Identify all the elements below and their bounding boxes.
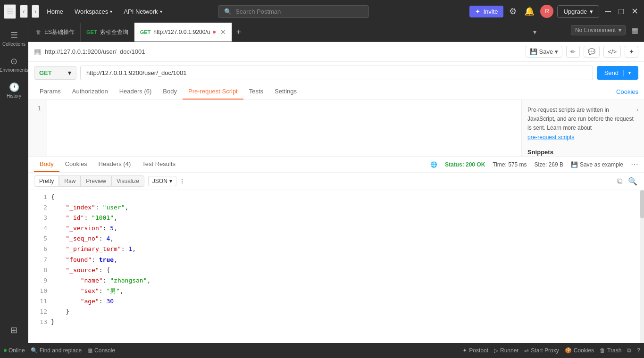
sidebar-item-environments[interactable]: ⊙ Environments <box>2 52 26 76</box>
tab-index-query[interactable]: GET 索引全查询 <box>81 23 134 42</box>
console-button[interactable]: ▦ Console <box>87 347 115 354</box>
add-tab-button[interactable]: + <box>232 27 245 37</box>
sidebar-item-more[interactable]: ⊞ <box>2 321 26 339</box>
find-replace-button[interactable]: 🔍 Find and replace <box>31 347 82 354</box>
home-link[interactable]: Home <box>43 6 67 17</box>
tab-tests[interactable]: Tests <box>243 84 269 100</box>
cookies-bottom-button[interactable]: 🍪 Cookies <box>565 347 594 354</box>
magic-icon-button[interactable]: ✦ <box>625 46 638 58</box>
request-tabs: Params Authorization Headers (6) Body Pr… <box>28 84 644 100</box>
comment-icon-button[interactable]: 💬 <box>584 46 600 58</box>
tab-overflow-button[interactable]: ▾ <box>531 26 538 38</box>
sidebar-item-collections[interactable]: ☰ Collections <box>2 26 26 50</box>
pre-request-scripts-link[interactable]: pre-request scripts <box>527 134 574 141</box>
toggle-icon[interactable]: › <box>636 106 638 115</box>
tab-headers[interactable]: Headers (6) <box>114 84 158 100</box>
layout-button[interactable]: ⧉ <box>627 347 631 354</box>
search-response-button[interactable]: 🔍 <box>627 176 638 187</box>
format-visualize[interactable]: Visualize <box>111 175 144 187</box>
tab-close-icon[interactable]: ✕ <box>220 28 226 36</box>
cookies-link[interactable]: Cookies <box>616 84 638 99</box>
avatar[interactable]: R <box>540 5 553 18</box>
tab-authorization[interactable]: Authorization <box>67 84 114 100</box>
online-dot <box>4 349 7 352</box>
table-row: 5 "_seq_no": 4, <box>28 233 644 244</box>
save-example-button[interactable]: 💾 Save as example <box>571 161 623 168</box>
url-input[interactable] <box>80 66 593 80</box>
status-badge: Status: 200 OK <box>445 161 485 168</box>
back-button[interactable]: ‹ <box>20 5 28 18</box>
tab-label-2: http://127.0.0.1:9200/u <box>153 29 210 35</box>
response-tab-body[interactable]: Body <box>34 157 59 172</box>
format-raw[interactable]: Raw <box>59 175 81 187</box>
api-network-menu[interactable]: API Network <box>120 6 166 17</box>
tab-settings[interactable]: Settings <box>269 84 302 100</box>
top-right-actions: ✦ Invite ⚙ 🔔 R Upgrade ▾ ─ □ ✕ <box>469 4 640 18</box>
line-numbers: 1 <box>28 100 47 156</box>
environment-select[interactable]: No Environment ▾ <box>571 25 626 35</box>
notifications-button[interactable]: 🔔 <box>522 4 536 18</box>
tab-prerequest[interactable]: Pre-request Script <box>183 84 243 100</box>
env-grid-button[interactable]: ▦ <box>629 24 640 37</box>
method-select[interactable]: GET ▾ <box>34 66 76 80</box>
invite-button[interactable]: ✦ Invite <box>469 6 503 17</box>
response-tab-headers[interactable]: Headers (4) <box>93 157 137 172</box>
scrollbar-track <box>640 190 644 343</box>
time-badge: Time: 575 ms <box>493 161 527 168</box>
info-text: Pre-request scripts are written in JavaS… <box>527 106 638 133</box>
toolbar-right: ⧉ 🔍 <box>616 176 638 187</box>
edit-icon-button[interactable]: ✏ <box>566 46 580 58</box>
maximize-button[interactable]: □ <box>617 5 626 18</box>
tab-body[interactable]: Body <box>157 84 183 100</box>
postbot-button[interactable]: ✦ Postbot <box>462 347 488 354</box>
minimize-button[interactable]: ─ <box>603 5 613 18</box>
format-chevron-icon: ▾ <box>169 178 172 184</box>
trash-button[interactable]: 🗑 Trash <box>600 347 621 354</box>
script-editor[interactable] <box>47 100 521 156</box>
online-status[interactable]: Online <box>4 347 25 354</box>
tab-params[interactable]: Params <box>34 84 67 100</box>
collection-tab[interactable]: 🗑 ES基础操作 <box>30 23 81 42</box>
table-row: 2 "_index": "user", <box>28 202 644 213</box>
table-row: 1 { <box>28 192 644 202</box>
forward-button[interactable]: › <box>32 5 40 18</box>
response-more-button[interactable]: ⋯ <box>631 160 638 169</box>
save-button[interactable]: 💾 Save ▾ <box>526 46 563 58</box>
sidebar-item-history[interactable]: 🕐 History <box>2 78 26 102</box>
format-preview[interactable]: Preview <box>81 175 111 187</box>
filter-icon[interactable]: ⫶ <box>180 177 184 185</box>
request-header: ▦ http://127.0.0.1:9200/user/_doc/1001 💾… <box>28 42 644 62</box>
upgrade-button[interactable]: Upgrade ▾ <box>557 5 599 18</box>
tab-doc-query[interactable]: GET http://127.0.0.1:9200/u ✕ <box>134 23 233 42</box>
table-row: 4 "_version": 5, <box>28 223 644 233</box>
copy-button[interactable]: ⧉ <box>616 176 623 187</box>
proxy-icon: ⇌ <box>524 347 529 354</box>
code-icon-button[interactable]: </> <box>603 46 621 58</box>
close-button[interactable]: ✕ <box>629 4 640 18</box>
send-button[interactable]: Send ▾ <box>597 66 638 80</box>
search-bar[interactable]: 🔍 Search Postman <box>218 5 369 18</box>
response-tab-tests[interactable]: Test Results <box>136 157 181 172</box>
table-row: 7 "found": true, <box>28 255 644 265</box>
main-area: ☰ Collections ⊙ Environments 🕐 History ⊞… <box>0 23 644 343</box>
method-label-get2: GET <box>140 29 151 35</box>
start-proxy-button[interactable]: ⇌ Start Proxy <box>524 347 559 354</box>
help-button[interactable]: ? <box>637 347 640 354</box>
history-icon: 🕐 <box>9 82 19 92</box>
scrollbar-thumb[interactable] <box>640 190 644 218</box>
json-format-select[interactable]: JSON ▾ <box>148 176 176 186</box>
runner-button[interactable]: ▷ Runner <box>494 347 519 354</box>
method-label-get1: GET <box>86 29 97 35</box>
workspaces-menu[interactable]: Workspaces <box>71 6 116 17</box>
settings-button[interactable]: ⚙ <box>507 4 519 18</box>
console-icon: ▦ <box>87 347 92 354</box>
table-row: 12 } <box>28 307 644 317</box>
layout-icon: ⧉ <box>627 347 631 354</box>
script-area: 1 › Pre-request scripts are written in J… <box>28 100 644 157</box>
tab-bar: 🗑 ES基础操作 GET 索引全查询 GET http://127.0.0.1:… <box>28 23 540 42</box>
format-pretty[interactable]: Pretty <box>34 175 59 187</box>
response-tab-cookies[interactable]: Cookies <box>59 157 93 172</box>
menu-button[interactable]: ☰ <box>4 4 16 19</box>
find-replace-icon: 🔍 <box>31 347 38 354</box>
send-divider <box>623 70 624 76</box>
